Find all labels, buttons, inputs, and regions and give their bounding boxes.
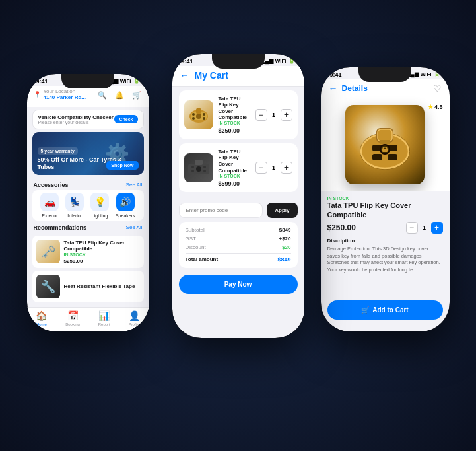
- rec-item-1[interactable]: 🗝️ Tata TPU Flip Key Cover Compatible IN…: [32, 236, 144, 268]
- compat-title: Vehicle Compatibility Checker: [38, 114, 114, 120]
- promo-input[interactable]: [179, 203, 263, 218]
- wishlist-icon[interactable]: ♡: [433, 83, 442, 94]
- interior-icon: 💺: [65, 193, 84, 211]
- rec-item-2-info: Heat Resistant Flexible Tape: [64, 283, 140, 290]
- cart-title: My Cart: [195, 70, 228, 81]
- bell-icon[interactable]: 🔔: [114, 90, 125, 102]
- svg-point-6: [203, 117, 205, 120]
- warranty-badge: 5 year warranty: [38, 147, 78, 155]
- location-value: 4140 Parker Rd...: [44, 94, 86, 100]
- cart-items-list: Tata TPU Flip Key Cover Compatible IN ST…: [172, 87, 304, 201]
- qty-plus-1[interactable]: +: [281, 109, 292, 121]
- category-speakers[interactable]: 🔊 Speakers: [116, 193, 135, 218]
- cart-item-2-price: $599.00: [219, 180, 250, 187]
- rec-item-1-price: $250.00: [64, 258, 140, 264]
- rec-item-2[interactable]: 🔧 Heat Resistant Flexible Tape: [32, 271, 144, 302]
- qty-minus-1[interactable]: −: [255, 109, 267, 121]
- nav-profile[interactable]: 👤 Profile: [129, 310, 140, 326]
- categories-row: 🚗 Exterior 💺 Interior 💡 Lighting 🔊 Speak…: [32, 190, 144, 221]
- qty-plus-2[interactable]: +: [281, 162, 292, 174]
- svg-point-10: [196, 166, 201, 172]
- product-qty-plus[interactable]: +: [431, 222, 443, 234]
- time-left: 9:41: [36, 78, 48, 85]
- location-pin-icon: 📍: [34, 91, 41, 98]
- svg-point-4: [203, 113, 205, 116]
- back-arrow-center[interactable]: ←: [180, 70, 189, 81]
- speakers-icon: 🔊: [116, 193, 135, 211]
- cart-item-1: Tata TPU Flip Key Cover Compatible IN ST…: [179, 90, 298, 139]
- cart-item-2: Tata TPU Flip Key Cover Compatible IN ST…: [179, 143, 298, 192]
- time-right: 9:41: [330, 71, 342, 78]
- price-qty-row: $250.00 − 1 +: [327, 222, 443, 234]
- shop-now-button[interactable]: Shop Now: [106, 161, 138, 170]
- right-screen: 9:41 ▂▄▆ WiFi 🔋 ← Details ♡: [321, 67, 450, 331]
- description-label: Discription:: [327, 238, 443, 244]
- profile-nav-icon: 👤: [129, 310, 140, 321]
- lighting-icon: 💡: [90, 193, 109, 211]
- details-header-left: ← Details: [329, 83, 368, 94]
- back-arrow-right[interactable]: ←: [329, 83, 338, 94]
- category-interior[interactable]: 💺 Interior: [65, 193, 84, 218]
- location-row: 📍 Your Location 4140 Parker Rd...: [34, 88, 86, 100]
- subtotal-value: $849: [279, 227, 291, 233]
- status-icons-center: ▂▄▆ WiFi 🔋: [261, 58, 294, 64]
- cart-item-2-info: Tata TPU Flip Key Cover Compatible IN ST…: [219, 149, 250, 187]
- home-nav-icon: 🏠: [36, 310, 47, 321]
- svg-point-3: [192, 113, 195, 116]
- categories-title: Accessories: [34, 182, 69, 188]
- svg-point-2: [196, 114, 201, 119]
- lighting-label: Lighting: [92, 213, 108, 218]
- add-to-cart-container: 🛒 Add to Cart: [321, 300, 450, 320]
- apply-button[interactable]: Apply: [267, 203, 297, 218]
- svg-rect-9: [195, 160, 203, 165]
- promo-code-row: Apply: [179, 203, 298, 218]
- header-icons: 🔍 🔔 🛒: [96, 90, 143, 102]
- phone-right: 9:41 ▂▄▆ WiFi 🔋 ← Details ♡: [321, 67, 450, 331]
- notch-center: [212, 54, 265, 69]
- details-header: ← Details ♡: [321, 79, 450, 98]
- recommendations-header: Recommendations See All: [27, 221, 149, 233]
- cart-item-1-price: $250.00: [219, 127, 250, 134]
- category-lighting[interactable]: 💡 Lighting: [90, 193, 109, 218]
- product-qty-value: 1: [421, 225, 428, 231]
- check-button[interactable]: Check: [114, 115, 137, 123]
- svg-point-5: [192, 117, 195, 120]
- add-to-cart-button[interactable]: 🛒 Add to Cart: [327, 300, 443, 320]
- cart-header: ← My Cart: [172, 66, 304, 87]
- product-qty-minus[interactable]: −: [406, 222, 418, 234]
- rec-item-1-stock: IN STOCK: [64, 252, 140, 257]
- pay-now-button[interactable]: Pay Now: [179, 275, 298, 294]
- cart-item-1-stock: IN STOCK: [219, 121, 250, 125]
- order-summary: Subtotal $849 GST +$20 Discount -$20 Tot…: [179, 222, 298, 268]
- search-icon[interactable]: 🔍: [96, 90, 108, 102]
- cart-item-1-name: Tata TPU Flip Key Cover Compatible: [219, 96, 250, 121]
- product-qty-control: − 1 +: [406, 222, 443, 234]
- wifi-icon-center: WiFi: [275, 58, 287, 64]
- left-header: 📍 Your Location 4140 Parker Rd... 🔍 🔔 🛒: [27, 86, 149, 107]
- cart-item-2-image: [184, 153, 213, 182]
- details-title: Details: [342, 84, 368, 93]
- star-icon: ★: [428, 104, 433, 110]
- booking-nav-icon: 📅: [67, 310, 79, 321]
- phone-left: 9:41 ▂▄▆ WiFi 🔋 📍 Your Location 4140 Par…: [27, 74, 149, 331]
- notch-left: [61, 74, 114, 88]
- recommendations-see-all[interactable]: See All: [126, 225, 143, 230]
- rec-item-2-name: Heat Resistant Flexible Tape: [64, 283, 140, 290]
- category-exterior[interactable]: 🚗 Exterior: [40, 193, 59, 218]
- qty-minus-2[interactable]: −: [255, 162, 267, 174]
- status-icons-right: ▂▄▆ WiFi 🔋: [407, 71, 440, 77]
- total-row: Total amount $849: [186, 253, 291, 263]
- cart-icon[interactable]: 🛒: [131, 90, 143, 102]
- categories-see-all[interactable]: See All: [126, 182, 143, 188]
- battery-icon-center: 🔋: [289, 58, 295, 64]
- svg-point-13: [191, 170, 194, 172]
- battery-icon-right: 🔋: [434, 71, 440, 77]
- nav-home[interactable]: 🏠 Home: [36, 310, 47, 326]
- compat-checker: Vehicle Compatibility Checker Please ent…: [32, 110, 144, 129]
- nav-booking-label: Booking: [65, 322, 80, 326]
- subtotal-row: Subtotal $849: [186, 227, 291, 233]
- gst-label: GST: [186, 236, 196, 242]
- time-center: 9:41: [182, 58, 193, 65]
- nav-report[interactable]: 📊 Report: [98, 310, 110, 326]
- nav-booking[interactable]: 📅 Booking: [65, 310, 80, 326]
